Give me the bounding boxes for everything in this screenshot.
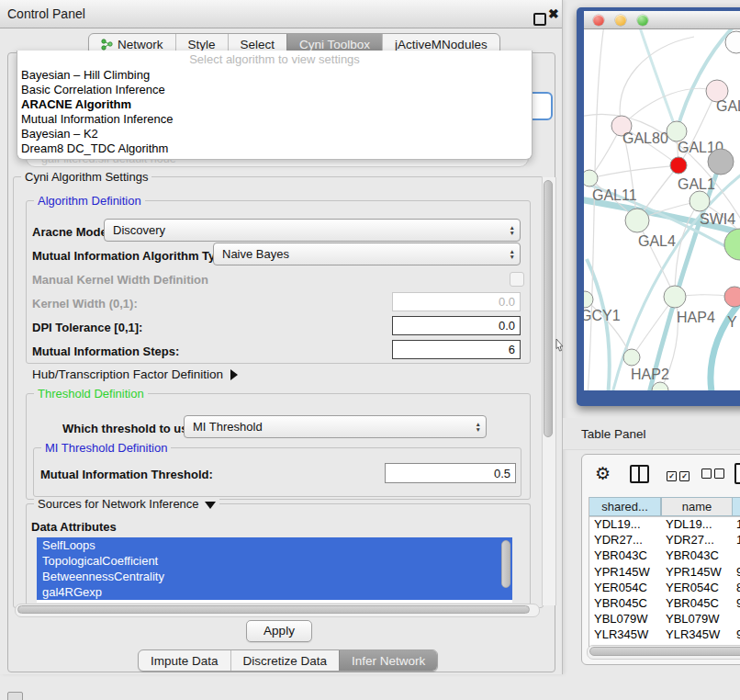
settings-vscroll-thumb[interactable] bbox=[544, 180, 553, 437]
network-node[interactable] bbox=[667, 121, 687, 141]
hub-definition-label: Hub/Transcription Factor Definition bbox=[32, 367, 223, 381]
sources-title-label: Sources for Network Inference bbox=[38, 497, 199, 511]
tab-discretize-data-label: Discretize Data bbox=[243, 654, 328, 668]
network-node[interactable] bbox=[670, 157, 687, 174]
network-canvas[interactable]: GAL7GAL80GAL10GAL1GAL11SWI4GAL4GCY1HAP4Y… bbox=[584, 29, 740, 390]
network-node[interactable] bbox=[690, 191, 710, 211]
data-attribute-item[interactable]: gal4RGexp bbox=[37, 584, 512, 600]
network-window-titlebar[interactable] bbox=[584, 11, 740, 29]
network-node[interactable] bbox=[625, 209, 649, 232]
network-node-label: GAL7 bbox=[716, 98, 740, 114]
data-attribute-item[interactable]: TopologicalCoefficient bbox=[37, 553, 512, 569]
table-hscroll-thumb[interactable] bbox=[589, 647, 740, 656]
threshold-definition-title: Threshold Definition bbox=[34, 387, 148, 401]
float-window-icon[interactable] bbox=[533, 13, 546, 26]
close-icon[interactable]: ✖ bbox=[548, 6, 559, 21]
network-edge[interactable] bbox=[639, 29, 677, 131]
expander-expanded-icon bbox=[205, 502, 216, 509]
hub-definition-expander[interactable]: Hub/Transcription Factor Definition bbox=[32, 367, 238, 381]
gear-icon[interactable]: ⚙ bbox=[595, 463, 611, 484]
settings-hscroll-thumb[interactable] bbox=[17, 605, 530, 614]
table-cell: YDR27... bbox=[661, 533, 733, 548]
network-edge[interactable] bbox=[589, 165, 678, 178]
table-row[interactable]: YDR27...YDR27...12 bbox=[589, 533, 740, 548]
mi-threshold-field[interactable] bbox=[385, 463, 516, 483]
network-node[interactable] bbox=[708, 149, 734, 175]
minimize-traffic-light-icon[interactable] bbox=[615, 15, 626, 26]
table-cell: YBL079W bbox=[661, 612, 733, 627]
algorithm-option[interactable]: Dream8 DC_TDC Algorithm bbox=[17, 141, 532, 156]
table-row[interactable]: YER054CYER054C8. bbox=[589, 581, 740, 596]
column-header-shared-name[interactable]: shared... bbox=[589, 497, 661, 516]
tab-impute-data[interactable]: Impute Data bbox=[139, 650, 230, 671]
table-row[interactable]: YPR145WYPR145W9. bbox=[589, 565, 740, 581]
split-view-icon[interactable] bbox=[630, 465, 649, 483]
tab-discretize-data[interactable]: Discretize Data bbox=[230, 650, 340, 671]
network-node[interactable] bbox=[724, 229, 740, 260]
table-row[interactable]: YBL079WYBL079W bbox=[589, 612, 740, 627]
expander-collapsed-icon bbox=[230, 369, 238, 380]
apply-button[interactable]: Apply bbox=[246, 620, 312, 642]
table-toolbar: ⚙ ✓✓ bbox=[582, 455, 740, 495]
table-cell: YPR145W bbox=[661, 565, 733, 581]
which-threshold-combobox[interactable]: MI Threshold ▲▼ bbox=[184, 415, 487, 438]
tab-impute-data-label: Impute Data bbox=[151, 654, 219, 668]
select-all-icon[interactable]: ✓✓ bbox=[667, 468, 692, 481]
mi-threshold-label: Mutual Information Threshold: bbox=[40, 468, 213, 481]
network-view-inner: GAL7GAL80GAL10GAL1GAL11SWI4GAL4GCY1HAP4Y… bbox=[584, 11, 740, 390]
algorithm-option[interactable]: Bayesian – Hill Climbing bbox=[17, 68, 532, 83]
mi-algorithm-type-combobox[interactable]: Naive Bayes ▲▼ bbox=[213, 243, 521, 265]
tab-infer-network[interactable]: Infer Network bbox=[339, 650, 437, 671]
network-node-label: GAL11 bbox=[592, 187, 637, 203]
table-row[interactable]: YDL19...YDL19...13 bbox=[589, 517, 740, 533]
algorithm-dropdown-popup: Select algorithm to view settings Bayesi… bbox=[17, 51, 533, 160]
application-window: Control Panel ✖ Network Style Select Cyn… bbox=[0, 0, 740, 700]
attributes-list-scrollbar[interactable] bbox=[501, 540, 510, 588]
dpi-tolerance-field[interactable] bbox=[392, 316, 521, 335]
close-traffic-light-icon[interactable] bbox=[593, 15, 604, 26]
network-node[interactable] bbox=[724, 287, 740, 307]
kernel-width-field[interactable] bbox=[392, 292, 521, 311]
table-cell: 8. bbox=[733, 581, 740, 596]
cyni-algorithm-settings-title: Cyni Algorithm Settings bbox=[21, 170, 151, 184]
sources-group-title[interactable]: Sources for Network Inference bbox=[34, 497, 219, 511]
data-attribute-item[interactable]: SelfLoops bbox=[37, 537, 512, 553]
network-edge[interactable] bbox=[588, 29, 604, 390]
network-node-label: GAL1 bbox=[678, 176, 715, 192]
column-header-name[interactable]: name bbox=[661, 497, 733, 516]
column-header-partial[interactable] bbox=[733, 497, 740, 516]
table-row[interactable]: YLR345WYLR345W9. bbox=[589, 627, 740, 643]
network-edge[interactable] bbox=[587, 259, 610, 390]
stepper-arrows-icon: ▲▼ bbox=[510, 220, 515, 241]
new-table-icon[interactable] bbox=[734, 463, 740, 484]
data-attribute-item[interactable]: BetweennessCentrality bbox=[37, 569, 512, 584]
algorithm-option[interactable]: Basic Correlation Inference bbox=[17, 83, 532, 97]
table-row[interactable]: YBR045CYBR045C9. bbox=[589, 596, 740, 612]
network-node[interactable] bbox=[664, 286, 686, 308]
deselect-all-icon[interactable] bbox=[701, 468, 727, 481]
node-table: shared... name YDL19...YDL19...13YDR27..… bbox=[589, 497, 740, 649]
algorithm-option[interactable]: ARACNE Algorithm bbox=[17, 97, 532, 112]
table-row[interactable]: YBR043CYBR043C bbox=[589, 548, 740, 564]
algorithm-option[interactable]: Bayesian – K2 bbox=[17, 127, 532, 141]
network-view-window[interactable]: GAL7GAL80GAL10GAL1GAL11SWI4GAL4GCY1HAP4Y… bbox=[577, 7, 740, 406]
table-cell: YBR043C bbox=[661, 548, 733, 564]
network-node[interactable] bbox=[584, 170, 598, 186]
zoom-traffic-light-icon[interactable] bbox=[637, 15, 648, 26]
tab-cyni-toolbox-label: Cyni Toolbox bbox=[299, 38, 370, 51]
control-panel: Control Panel ✖ Network Style Select Cyn… bbox=[0, 0, 563, 674]
mi-steps-field[interactable] bbox=[392, 340, 521, 359]
table-panel-title: Table Panel bbox=[581, 427, 646, 441]
network-node-label: HAP2 bbox=[631, 367, 669, 382]
which-threshold-label: Which threshold to use: bbox=[62, 422, 198, 435]
control-panel-titlebar: Control Panel ✖ bbox=[0, 0, 562, 28]
algorithm-option[interactable]: Mutual Information Inference bbox=[17, 112, 532, 127]
network-node[interactable] bbox=[623, 349, 640, 366]
manual-kernel-width-checkbox[interactable] bbox=[510, 272, 524, 287]
tab-jactivemnodules-label: jActiveMNodules bbox=[395, 38, 488, 51]
aracne-mode-combobox[interactable]: Discovery ▲▼ bbox=[104, 219, 521, 242]
table-cell bbox=[733, 612, 740, 627]
network-node-label: SWI4 bbox=[700, 211, 735, 227]
network-node[interactable] bbox=[652, 382, 668, 390]
docked-panel-icon[interactable] bbox=[7, 692, 23, 700]
